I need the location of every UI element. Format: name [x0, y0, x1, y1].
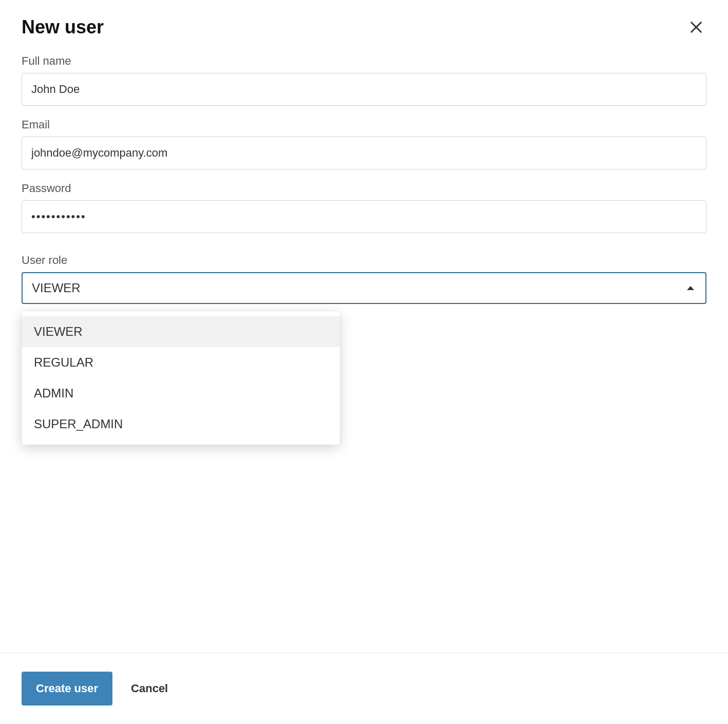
- cancel-button[interactable]: Cancel: [131, 682, 168, 695]
- dialog-title: New user: [22, 16, 104, 38]
- email-label: Email: [22, 118, 706, 131]
- dialog-header: New user: [22, 16, 706, 38]
- role-select-wrap: VIEWER VIEWER REGULAR ADMIN SUPER_ADMIN: [22, 272, 706, 304]
- field-password: Password: [22, 182, 706, 233]
- close-icon: [688, 19, 704, 35]
- field-role: User role VIEWER VIEWER REGULAR ADMIN SU…: [22, 254, 706, 304]
- new-user-dialog: New user Full name Email Password User r…: [0, 0, 728, 662]
- role-select[interactable]: VIEWER: [22, 272, 706, 304]
- caret-up-icon: [687, 286, 694, 290]
- role-label: User role: [22, 254, 706, 267]
- role-option-regular[interactable]: REGULAR: [22, 347, 340, 378]
- role-option-super-admin[interactable]: SUPER_ADMIN: [22, 409, 340, 440]
- role-select-value: VIEWER: [32, 281, 81, 295]
- close-button[interactable]: [686, 17, 706, 37]
- role-dropdown: VIEWER REGULAR ADMIN SUPER_ADMIN: [22, 311, 340, 445]
- password-label: Password: [22, 182, 706, 195]
- fullname-input[interactable]: [22, 73, 706, 106]
- password-input[interactable]: [22, 200, 706, 233]
- role-option-admin[interactable]: ADMIN: [22, 378, 340, 409]
- create-user-button[interactable]: Create user: [22, 672, 112, 706]
- dialog-footer: Create user Cancel: [0, 653, 728, 724]
- field-email: Email: [22, 118, 706, 169]
- field-fullname: Full name: [22, 54, 706, 106]
- email-input[interactable]: [22, 137, 706, 169]
- fullname-label: Full name: [22, 54, 706, 68]
- role-option-viewer[interactable]: VIEWER: [22, 316, 340, 347]
